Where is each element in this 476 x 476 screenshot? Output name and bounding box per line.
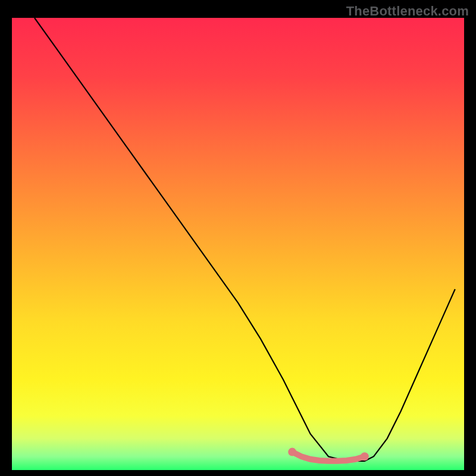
optimal-range-endpoint <box>288 448 296 456</box>
optimal-range-endpoint <box>361 452 369 461</box>
watermark-text: TheBottleneck.com <box>346 4 469 19</box>
gradient-background <box>12 18 464 470</box>
chart-svg <box>12 18 464 470</box>
chart-frame: TheBottleneck.com <box>0 0 476 476</box>
plot-outer <box>12 18 464 470</box>
